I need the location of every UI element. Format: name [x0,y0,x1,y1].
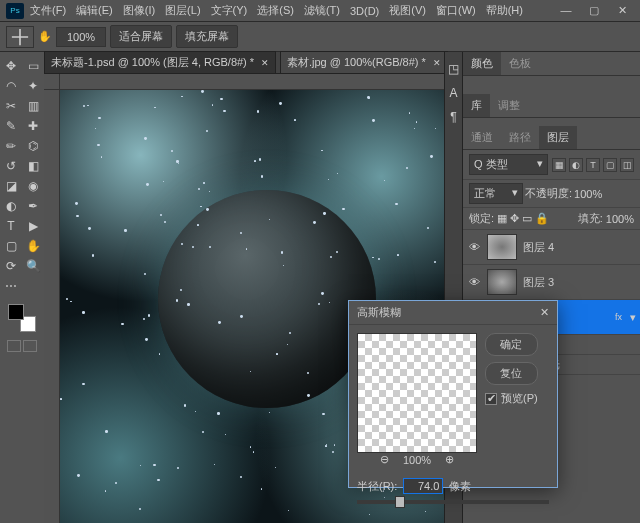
star [313,221,316,224]
zoom-out-icon[interactable]: ⊖ [380,453,389,466]
menu-type[interactable]: 文字(Y) [211,3,248,18]
more-tools[interactable]: ⋯ [0,276,22,296]
visibility-toggle[interactable]: 👁 [467,276,481,288]
tab-layers[interactable]: 图层 [539,126,577,149]
blur-tool[interactable]: ◉ [22,176,44,196]
menu-layer[interactable]: 图层(L) [165,3,200,18]
zoom-in-icon[interactable]: ⊕ [445,453,454,466]
tab-channels[interactable]: 通道 [463,126,501,149]
reset-button[interactable]: 复位 [485,362,538,385]
menu-window[interactable]: 窗口(W) [436,3,476,18]
menu-filter[interactable]: 滤镜(T) [304,3,340,18]
layer-thumbnail[interactable] [487,234,517,260]
tab-libraries[interactable]: 库 [463,94,490,117]
lasso-tool[interactable]: ◠ [0,76,22,96]
visibility-toggle[interactable]: 👁 [467,241,481,253]
radius-slider[interactable] [357,500,549,504]
type-panel-icon[interactable]: A [449,86,457,100]
move-tool[interactable]: ✥ [0,56,22,76]
star [259,158,262,161]
menu-view[interactable]: 视图(V) [389,3,426,18]
lock-artboard-icon[interactable]: ▭ [522,212,532,225]
filter-type-icon[interactable]: T [586,158,600,172]
lock-pixels-icon[interactable]: ▦ [497,212,507,225]
preview-zoom-value: 100% [403,454,431,466]
type-tool[interactable]: T [0,216,22,236]
pen-tool[interactable]: ✒ [22,196,44,216]
paragraph-panel-icon[interactable]: ¶ [450,110,456,124]
layer-name[interactable]: 图层 4 [523,240,636,255]
lock-position-icon[interactable]: ✥ [510,212,519,225]
layer-thumbnail[interactable] [487,269,517,295]
dodge-tool[interactable]: ◐ [0,196,22,216]
star [321,292,324,295]
tab-paths[interactable]: 路径 [501,126,539,149]
preview-checkbox[interactable]: ✔ 预览(P) [485,391,538,406]
marquee-tool[interactable]: ▭ [22,56,44,76]
tab-swatches[interactable]: 色板 [501,52,539,75]
quick-mask-toggle[interactable] [0,340,44,352]
hand-tool[interactable]: ✋ [22,236,44,256]
layer-name[interactable]: 图层 3 [523,275,636,290]
fill-screen-button[interactable]: 填充屏幕 [176,25,238,48]
close-icon[interactable]: ✕ [540,306,549,319]
filter-adjust-icon[interactable]: ◐ [569,158,583,172]
frame-tool[interactable]: ▥ [22,96,44,116]
menu-edit[interactable]: 编辑(E) [76,3,113,18]
hand-icon[interactable]: ✋ [38,30,52,43]
ruler-horizontal[interactable] [60,74,462,90]
fx-badge[interactable]: fx [615,312,622,322]
menu-file[interactable]: 文件(F) [30,3,66,18]
close-icon[interactable]: ✕ [261,58,269,68]
menu-select[interactable]: 选择(S) [257,3,294,18]
history-panel-icon[interactable]: ◳ [448,62,459,76]
opacity-value[interactable]: 100% [574,188,602,200]
gradient-tool[interactable]: ◪ [0,176,22,196]
layer-item[interactable]: 👁 图层 4 [463,230,640,265]
ruler-vertical[interactable] [44,90,60,523]
doc-tab-inactive[interactable]: 素材.jpg @ 100%(RGB/8#) * ✕ [280,51,448,73]
radius-input[interactable]: 74.0 [403,478,443,494]
layer-item[interactable]: 👁 图层 3 [463,265,640,300]
slider-thumb[interactable] [395,496,405,508]
star [269,412,270,413]
layer-filter-kind[interactable]: Q 类型▾ [469,154,548,175]
current-tool-icon[interactable] [6,26,34,48]
close-button[interactable]: ✕ [608,0,636,20]
blur-preview[interactable] [357,333,477,453]
spot-heal-tool[interactable]: ✚ [22,116,44,136]
crop-tool[interactable]: ✂ [0,96,22,116]
eyedropper-tool[interactable]: ✎ [0,116,22,136]
blend-mode-select[interactable]: 正常▾ [469,183,523,204]
chevron-down-icon[interactable]: ▾ [630,311,636,324]
zoom-level-input[interactable]: 100% [56,27,106,47]
filter-image-icon[interactable]: ▦ [552,158,566,172]
filter-smart-icon[interactable]: ◫ [620,158,634,172]
doc-tab-active[interactable]: 未标题-1.psd @ 100% (图层 4, RGB/8#) * ✕ [44,51,276,73]
maximize-button[interactable]: ▢ [580,0,608,20]
minimize-button[interactable]: — [552,0,580,20]
menu-3d[interactable]: 3D(D) [350,5,379,17]
star [124,229,127,232]
tab-adjustments[interactable]: 调整 [490,94,528,117]
close-icon[interactable]: ✕ [433,58,441,68]
ok-button[interactable]: 确定 [485,333,538,356]
dialog-titlebar[interactable]: 高斯模糊 ✕ [349,301,557,325]
brush-tool[interactable]: ✏ [0,136,22,156]
rotate-tool[interactable]: ⟳ [0,256,22,276]
history-brush-tool[interactable]: ↺ [0,156,22,176]
menu-help[interactable]: 帮助(H) [486,3,523,18]
clone-stamp-tool[interactable]: ⌬ [22,136,44,156]
fg-bg-swatches[interactable] [0,300,44,336]
lock-all-icon[interactable]: 🔒 [535,212,549,225]
path-select-tool[interactable]: ▶ [22,216,44,236]
rectangle-tool[interactable]: ▢ [0,236,22,256]
fit-screen-button[interactable]: 适合屏幕 [110,25,172,48]
filter-shape-icon[interactable]: ▢ [603,158,617,172]
fill-value[interactable]: 100% [606,213,634,225]
tab-color[interactable]: 颜色 [463,52,501,75]
eraser-tool[interactable]: ◧ [22,156,44,176]
menu-image[interactable]: 图像(I) [123,3,155,18]
quick-select-tool[interactable]: ✦ [22,76,44,96]
zoom-tool[interactable]: 🔍 [22,256,44,276]
